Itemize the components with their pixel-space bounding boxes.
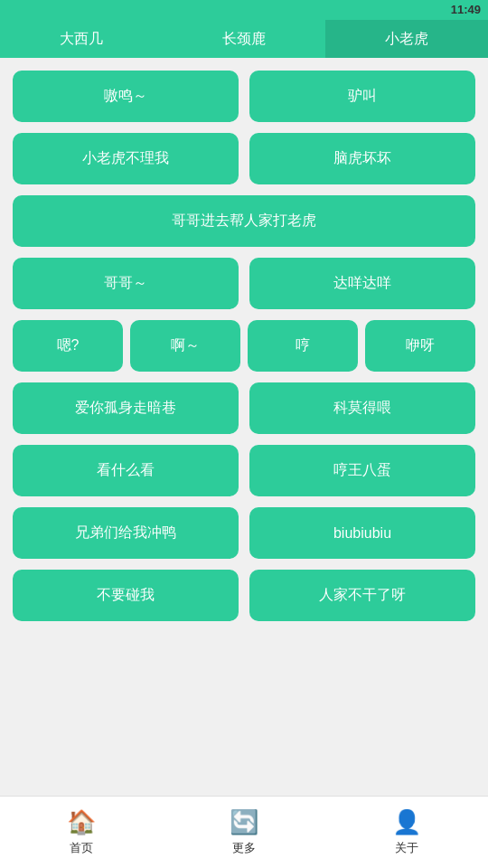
nav-home[interactable]: 🏠 首页 [0, 797, 163, 868]
btn-gege-dahu[interactable]: 哥哥进去帮人家打老虎 [13, 195, 475, 247]
about-icon: 👤 [392, 808, 421, 836]
tab-xiaohu[interactable]: 小老虎 [325, 20, 488, 58]
tab-changjinglu[interactable]: 长颈鹿 [163, 20, 325, 58]
btn-row-3: 哥哥进去帮人家打老虎 [13, 195, 475, 247]
btn-kemode[interactable]: 科莫得喂 [249, 382, 475, 434]
btn-gege[interactable]: 哥哥～ [13, 258, 239, 309]
btn-aoming[interactable]: 嗷鸣～ [13, 71, 239, 122]
more-icon: 🔄 [230, 808, 258, 836]
nav-about[interactable]: 👤 关于 [325, 797, 488, 868]
btn-row-7: 看什么看 哼王八蛋 [13, 445, 475, 496]
btn-yiya[interactable]: 咿呀 [365, 320, 475, 372]
status-time: 11:49 [451, 0, 481, 20]
btn-row-9: 不要碰我 人家不干了呀 [13, 570, 475, 621]
top-tab-bar: 大西几 长颈鹿 小老虎 [0, 20, 488, 58]
btn-row-6: 爱你孤身走暗巷 科莫得喂 [13, 382, 475, 434]
btn-xiongdi-chong[interactable]: 兄弟们给我冲鸭 [13, 507, 239, 559]
btn-lvjiao[interactable]: 驴叫 [249, 71, 475, 122]
btn-xiaohu-buli[interactable]: 小老虎不理我 [13, 133, 239, 184]
btn-en[interactable]: 嗯? [13, 320, 123, 372]
btn-row-4: 哥哥～ 达咩达咩 [13, 258, 475, 309]
btn-heng[interactable]: 哼 [248, 320, 358, 372]
home-icon: 🏠 [67, 808, 96, 836]
nav-more-label: 更多 [232, 840, 256, 856]
nav-about-label: 关于 [395, 840, 418, 856]
btn-biubiu[interactable]: biubiubiu [249, 507, 475, 559]
btn-a[interactable]: 啊～ [130, 320, 240, 372]
btn-aini-gusha[interactable]: 爱你孤身走暗巷 [13, 382, 239, 434]
btn-heng-wangbadan[interactable]: 哼王八蛋 [249, 445, 475, 496]
btn-row-8: 兄弟们给我冲鸭 biubiubiu [13, 507, 475, 559]
btn-row-5: 嗯? 啊～ 哼 咿呀 [13, 320, 475, 372]
btn-row-2: 小老虎不理我 脑虎坏坏 [13, 133, 475, 184]
tab-daxiji[interactable]: 大西几 [0, 20, 163, 58]
main-content: 嗷鸣～ 驴叫 小老虎不理我 脑虎坏坏 哥哥进去帮人家打老虎 哥哥～ 达咩达咩 嗯… [0, 58, 488, 796]
btn-row-1: 嗷鸣～ 驴叫 [13, 71, 475, 122]
btn-kansheme[interactable]: 看什么看 [13, 445, 239, 496]
nav-home-label: 首页 [70, 840, 93, 856]
btn-naohubai[interactable]: 脑虎坏坏 [249, 133, 475, 184]
btn-renjia-buganya[interactable]: 人家不干了呀 [249, 570, 475, 621]
btn-damie[interactable]: 达咩达咩 [249, 258, 475, 309]
btn-buyao-peng[interactable]: 不要碰我 [13, 570, 239, 621]
bottom-nav: 🏠 首页 🔄 更多 👤 关于 [0, 796, 488, 868]
nav-more[interactable]: 🔄 更多 [163, 797, 325, 868]
